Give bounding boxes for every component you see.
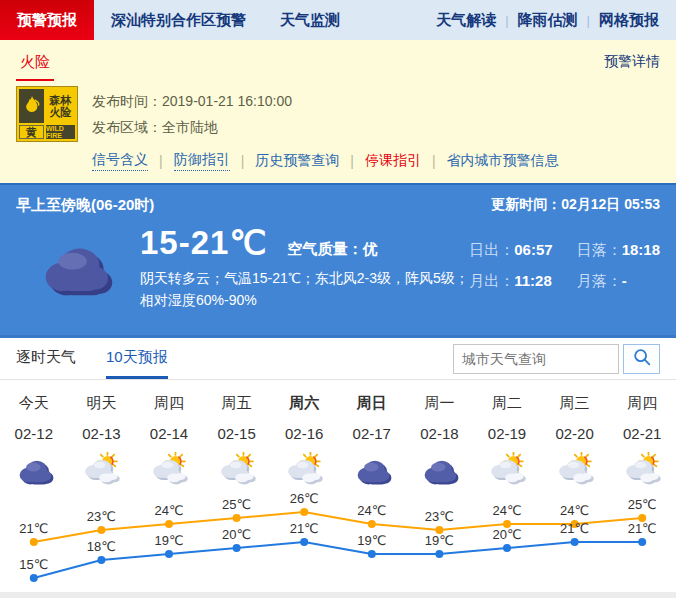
forecast-day-column[interactable]: 周五02-15	[203, 394, 271, 490]
separator: |	[159, 153, 163, 169]
warning-link[interactable]: 信号含义	[92, 151, 148, 171]
forecast-day-column[interactable]: 周四02-14	[135, 394, 203, 490]
separator: |	[350, 153, 354, 169]
forecast-date: 02-17	[338, 425, 406, 442]
forecast-day-column[interactable]: 今天02-12	[0, 394, 68, 490]
forecast-day-column[interactable]: 周一02-18	[406, 394, 474, 490]
svg-text:23℃: 23℃	[425, 509, 454, 524]
forecast-tab-row: 逐时天气10天预报	[0, 338, 676, 380]
svg-text:26℃: 26℃	[290, 492, 319, 506]
partly-cloudy-icon	[203, 450, 271, 490]
forecast-day-name: 周四	[608, 394, 676, 413]
forecast-date: 02-15	[203, 425, 271, 442]
svg-text:24℃: 24℃	[492, 503, 521, 518]
warning-info: 发布时间：2019-01-21 16:10:00 发布区域：全市陆地	[92, 86, 292, 142]
sun-moon-item: 日出：06:57	[469, 241, 552, 260]
current-summary: 15-21℃ 空气质量：优 阴天转多云；气温15-21℃；东北风2-3级，阵风5…	[140, 223, 469, 311]
svg-text:21℃: 21℃	[290, 521, 319, 536]
forecast-grid: 今天02-12明天02-13周四02-14周五02-15周六02-16周日02-…	[0, 394, 676, 490]
forecast-date: 02-18	[406, 425, 474, 442]
sun-moon-value: 06:57	[514, 241, 552, 258]
update-time: 更新时间：02月12日 05:53	[491, 196, 660, 215]
nav-tab[interactable]: 深汕特别合作区预警	[94, 0, 263, 40]
forecast-date: 02-19	[473, 425, 541, 442]
top-nav: 预警预报深汕特别合作区预警天气监测 天气解读|降雨估测|网格预报	[0, 0, 676, 40]
forecast-day-name: 周二	[473, 394, 541, 413]
forecast-date: 02-16	[270, 425, 338, 442]
svg-text:21℃: 21℃	[19, 521, 48, 536]
forecast-day-column[interactable]: 周二02-19	[473, 394, 541, 490]
forecast-day-name: 周一	[406, 394, 474, 413]
warning-section: 火险 预警详情 森林火险 黄 WILD FIRE 发布时间：2019-01-21…	[0, 40, 676, 183]
city-search-input[interactable]	[453, 344, 619, 374]
nav-tab[interactable]: 天气监测	[263, 0, 357, 40]
weather-tabs: 逐时天气10天预报	[16, 338, 198, 379]
warning-content: 森林火险 黄 WILD FIRE 发布时间：2019-01-21 16:10:0…	[16, 86, 660, 142]
search-button[interactable]	[623, 344, 660, 374]
current-body: 15-21℃ 空气质量：优 阴天转多云；气温15-21℃；东北风2-3级，阵风5…	[16, 223, 660, 311]
sun-moon-value: -	[622, 272, 627, 289]
partly-cloudy-icon	[541, 450, 609, 490]
warning-tab-fire[interactable]: 火险	[16, 53, 54, 81]
fire-icon-title: 森林火险	[46, 89, 75, 123]
forecast-day-name: 周四	[135, 394, 203, 413]
forecast-day-column[interactable]: 周日02-17	[338, 394, 406, 490]
fire-icon-level: 黄	[19, 125, 44, 139]
sun-moon-label: 月出：	[469, 272, 514, 289]
warning-detail-link[interactable]: 预警详情	[604, 53, 660, 71]
tab-inactive[interactable]: 逐时天气	[16, 338, 76, 379]
svg-text:21℃: 21℃	[628, 521, 657, 536]
sun-moon-item: 日落：18:18	[577, 241, 660, 260]
sun-moon-item: 月出：11:28	[469, 272, 552, 291]
forecast-date: 02-20	[541, 425, 609, 442]
nav-link[interactable]: 网格预报	[590, 11, 668, 30]
forecast-day-name: 明天	[68, 394, 136, 413]
svg-text:19℃: 19℃	[357, 533, 386, 548]
warning-links: 信号含义|防御指引|历史预警查询|停课指引|省内城市预警信息	[92, 151, 660, 171]
sun-moon-item: 月落：-	[577, 272, 660, 291]
nav-link[interactable]: 天气解读	[427, 11, 505, 30]
svg-text:18℃: 18℃	[87, 539, 116, 554]
ten-day-forecast: 今天02-12明天02-13周四02-14周五02-15周六02-16周日02-…	[0, 380, 676, 596]
cloudy-icon	[0, 450, 68, 490]
fire-icon-level-en: WILD FIRE	[46, 125, 75, 139]
sun-moon-label: 日落：	[577, 241, 622, 258]
forecast-day-name: 周三	[541, 394, 609, 413]
separator: |	[241, 153, 245, 169]
forecast-date: 02-12	[0, 425, 68, 442]
forecast-day-name: 周日	[338, 394, 406, 413]
forecast-day-name: 周六	[270, 394, 338, 413]
nav-link[interactable]: 降雨估测	[509, 11, 587, 30]
warning-link[interactable]: 防御指引	[174, 151, 230, 171]
partly-cloudy-icon	[473, 450, 541, 490]
forecast-day-column[interactable]: 明天02-13	[68, 394, 136, 490]
current-weather-panel: 早上至傍晚(06-20时) 更新时间：02月12日 05:53 15-21℃ 空…	[0, 183, 676, 338]
tab-active[interactable]: 10天预报	[106, 338, 168, 379]
svg-text:25℃: 25℃	[628, 497, 657, 512]
partly-cloudy-icon	[608, 450, 676, 490]
nav-tab[interactable]: 预警预报	[0, 0, 94, 40]
sun-moon-label: 月落：	[577, 272, 622, 289]
temperature-chart: 21℃23℃24℃25℃26℃24℃23℃24℃24℃25℃15℃18℃19℃2…	[0, 492, 676, 596]
svg-text:23℃: 23℃	[87, 509, 116, 524]
svg-text:24℃: 24℃	[154, 503, 183, 518]
warning-link[interactable]: 历史预警查询	[255, 152, 339, 170]
sun-moon-grid: 日出：06:57日落：18:18月出：11:28月落：-	[469, 241, 660, 311]
svg-text:20℃: 20℃	[492, 527, 521, 542]
publish-time-row: 发布时间：2019-01-21 16:10:00	[92, 88, 292, 114]
forecast-day-column[interactable]: 周四02-21	[608, 394, 676, 490]
svg-text:15℃: 15℃	[19, 557, 48, 572]
footer-strip	[0, 592, 676, 598]
warning-link[interactable]: 停课指引	[365, 152, 421, 170]
weather-description: 阴天转多云；气温15-21℃；东北风2-3级，阵风5级；相对湿度60%-90%	[140, 267, 469, 311]
forecast-day-name: 今天	[0, 394, 68, 413]
svg-text:24℃: 24℃	[357, 503, 386, 518]
forecast-date: 02-14	[135, 425, 203, 442]
sun-moon-value: 18:18	[622, 241, 660, 258]
air-quality: 空气质量：优	[287, 240, 377, 259]
current-header: 早上至傍晚(06-20时) 更新时间：02月12日 05:53	[16, 185, 660, 215]
publish-area-row: 发布区域：全市陆地	[92, 114, 292, 140]
forecast-day-column[interactable]: 周六02-16	[270, 394, 338, 490]
forecast-day-column[interactable]: 周三02-20	[541, 394, 609, 490]
warning-link[interactable]: 省内城市预警信息	[447, 152, 559, 170]
